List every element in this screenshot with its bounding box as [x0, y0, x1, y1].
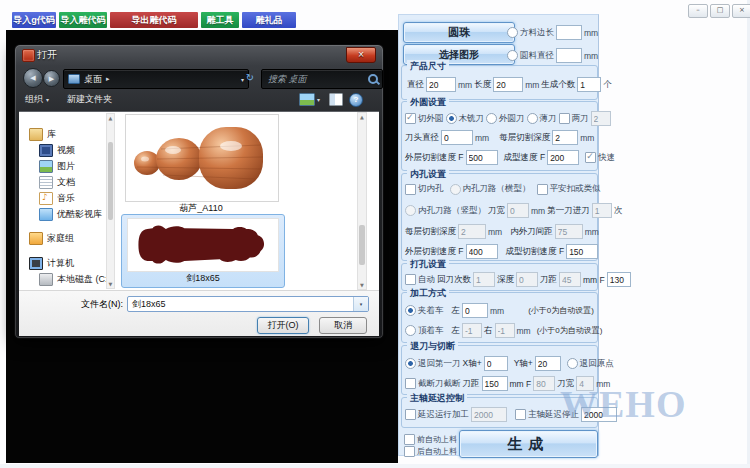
sidebar-item-computer[interactable]: 计算机 [29, 257, 74, 270]
cutoff-pitch-input[interactable] [482, 376, 508, 391]
dialog-close-icon[interactable]: × [346, 47, 376, 63]
file-item-gourd[interactable] [125, 114, 279, 202]
chevron-right-icon[interactable]: ▸ [106, 75, 110, 83]
fast-checkbox[interactable] [585, 152, 596, 163]
x-axis-input[interactable] [484, 356, 508, 371]
sidebar-item-youku[interactable]: 优酷影视库 [39, 208, 102, 221]
pingan-checkbox[interactable] [537, 184, 548, 195]
close-icon[interactable]: × [732, 4, 750, 18]
cutoff-width-input[interactable] [576, 376, 594, 391]
knife-gap-input[interactable] [555, 224, 583, 239]
outer-knife-radio[interactable] [486, 113, 497, 124]
open-button[interactable]: 打开(O) [257, 317, 309, 334]
head-diameter-input[interactable] [441, 130, 473, 145]
inner-layer-depth-input[interactable] [458, 224, 486, 239]
delay-run-input[interactable] [471, 407, 507, 422]
breadcrumb[interactable]: 桌面 ▸ ▾ [63, 69, 249, 89]
bead-button[interactable]: 圆珠 [403, 22, 515, 43]
drill-auto-checkbox[interactable] [405, 274, 416, 285]
square-side-input[interactable] [556, 25, 582, 40]
diameter-input[interactable] [426, 77, 456, 92]
drill-times-input[interactable] [473, 272, 495, 287]
inner-form-speed-input[interactable] [566, 244, 598, 259]
knife-width-input[interactable] [507, 203, 529, 218]
minimize-icon[interactable]: – [688, 4, 708, 18]
clamp-left-input[interactable] [462, 303, 488, 318]
sidebar-item-documents[interactable]: 文档 [39, 176, 75, 189]
delay-stop-checkbox[interactable] [515, 409, 526, 420]
sidebar-item-pictures[interactable]: 图片 [39, 160, 75, 173]
carve-gift-button[interactable]: 雕礼品 [242, 12, 296, 28]
top-turn-radio[interactable] [405, 325, 416, 336]
square-material-radio[interactable] [507, 27, 518, 38]
scrollbar-thumb[interactable] [108, 142, 113, 220]
outer-speed-input[interactable] [466, 150, 498, 165]
drill-pitch-input[interactable] [559, 272, 581, 287]
search-input[interactable] [266, 73, 365, 85]
drill-depth-input[interactable] [516, 272, 538, 287]
scroll-down-icon[interactable]: ▼ [358, 282, 366, 288]
filelist-scrollbar[interactable]: ▲ ▼ [357, 112, 367, 290]
sidebar-item-videos[interactable]: 视频 [39, 144, 75, 157]
first-cut-input[interactable] [592, 203, 612, 218]
scroll-up-icon[interactable]: ▲ [107, 115, 114, 121]
top-left-input[interactable] [462, 323, 482, 338]
sidebar-item-music[interactable]: 音乐 [39, 192, 75, 205]
cancel-button[interactable]: 取消 [319, 317, 367, 334]
carve-tool-button[interactable]: 雕工具 [201, 12, 239, 28]
preview-pane-icon[interactable] [329, 93, 343, 106]
cut-inner-checkbox[interactable] [405, 184, 416, 195]
combo-caret-icon[interactable]: ▾ [353, 297, 368, 311]
import-gcode-button[interactable]: 导入g代码 [12, 12, 56, 28]
round-material-radio[interactable] [507, 50, 518, 61]
sidebar-item-libraries[interactable]: 库 [29, 128, 56, 141]
search-icon[interactable] [368, 74, 378, 84]
two-knife-input[interactable] [591, 111, 611, 126]
cutoff-f-input[interactable] [533, 376, 555, 391]
breadcrumb-location[interactable]: 桌面 [84, 73, 102, 86]
clamp-turn-radio[interactable] [405, 305, 416, 316]
front-feed-checkbox[interactable] [404, 434, 415, 445]
form-speed-input[interactable] [547, 150, 579, 165]
thin-knife-radio[interactable] [527, 113, 538, 124]
wood-mill-radio[interactable] [446, 113, 457, 124]
count-input[interactable] [577, 77, 601, 92]
export-carve-code-button[interactable]: 导出雕代码 [110, 12, 198, 28]
maximize-icon[interactable]: □ [710, 4, 730, 18]
y-axis-input[interactable] [535, 356, 561, 371]
organize-menu[interactable]: 组织 ▾ [25, 93, 49, 106]
app-icon [22, 49, 35, 62]
return-origin-radio[interactable] [567, 358, 578, 369]
rear-feed-checkbox[interactable] [404, 446, 415, 457]
scroll-up-icon[interactable]: ▲ [358, 114, 366, 120]
top-right-input[interactable] [495, 323, 515, 338]
filename-combo[interactable]: 剑18x65 ▾ [127, 296, 369, 312]
drill-f-input[interactable] [607, 272, 631, 287]
length-input[interactable] [493, 77, 523, 92]
round-diameter-input[interactable] [556, 48, 582, 63]
new-folder-button[interactable]: 新建文件夹 [67, 93, 112, 106]
layer-depth-input[interactable] [552, 130, 578, 145]
help-icon[interactable]: ? [349, 93, 363, 107]
file-item-sword-selected[interactable]: 剑18x65 [121, 214, 285, 288]
inner-path-v-radio[interactable] [405, 205, 416, 216]
delay-stop-input[interactable] [581, 407, 617, 422]
back-button[interactable]: ◀ [23, 68, 43, 88]
scrollbar-thumb[interactable] [359, 225, 365, 265]
import-carve-code-button[interactable]: 导入雕代码 [59, 12, 107, 28]
sidebar-item-local-disk-c[interactable]: 本地磁盘 (C:) [39, 273, 111, 286]
return-first-radio[interactable] [405, 358, 416, 369]
cut-outer-checkbox[interactable] [405, 113, 416, 124]
sidebar-scrollbar[interactable]: ▲ ▼ [106, 113, 115, 289]
refresh-icon[interactable]: ↻ [243, 70, 257, 86]
forward-button[interactable]: ▶ [43, 70, 60, 87]
inner-outer-speed-input[interactable] [466, 244, 498, 259]
delay-run-checkbox[interactable] [405, 409, 416, 420]
sidebar-item-homegroup[interactable]: 家庭组 [29, 232, 74, 245]
two-knife-checkbox[interactable] [559, 113, 570, 124]
scroll-down-icon[interactable]: ▼ [107, 281, 114, 287]
views-button[interactable]: ▾ [299, 93, 320, 106]
inner-path-h-radio[interactable] [450, 184, 461, 195]
generate-button[interactable]: 生成 [459, 430, 598, 458]
cutoff-checkbox[interactable] [405, 378, 416, 389]
